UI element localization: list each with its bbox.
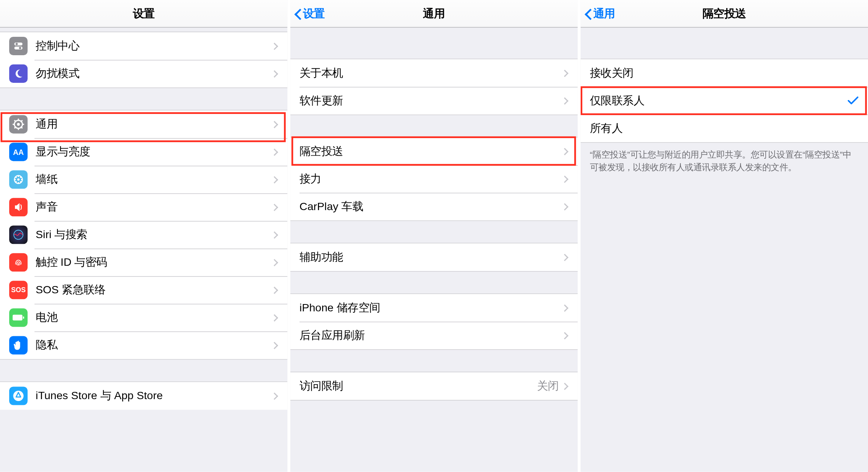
panel-general: 设置 通用 关于本机 软件更新 隔空投送 接力: [290, 0, 578, 472]
row-touch-id[interactable]: 触控 ID 与密码: [0, 248, 287, 276]
chevron-right-icon: [271, 286, 278, 294]
chevron-left-icon: [584, 7, 592, 20]
general-group-3: 辅助功能: [290, 243, 578, 271]
display-icon: AA: [9, 143, 28, 161]
row-software-update[interactable]: 软件更新: [290, 87, 578, 115]
row-restrictions[interactable]: 访问限制 关闭: [290, 372, 578, 400]
nav-title: 设置: [133, 6, 155, 21]
spacer: [0, 360, 287, 382]
option-receiving-off[interactable]: 接收关闭: [581, 59, 868, 87]
control-center-icon: [9, 37, 28, 55]
row-background-refresh[interactable]: 后台应用刷新: [290, 322, 578, 349]
row-label: 接收关闭: [590, 66, 859, 81]
option-everyone[interactable]: 所有人: [581, 115, 868, 142]
row-label: 勿扰模式: [36, 66, 272, 81]
row-accessibility[interactable]: 辅助功能: [290, 243, 578, 271]
svg-point-23: [20, 176, 21, 178]
nav-title: 隔空投送: [703, 6, 746, 21]
row-label: 触控 ID 与密码: [36, 255, 272, 270]
chevron-right-icon: [561, 332, 568, 339]
back-to-settings[interactable]: 设置: [294, 0, 325, 27]
svg-point-18: [15, 179, 16, 180]
row-privacy[interactable]: 隐私: [0, 331, 287, 359]
row-label: 通用: [36, 117, 272, 132]
row-about[interactable]: 关于本机: [290, 59, 578, 87]
option-contacts-only[interactable]: 仅限联系人: [581, 87, 868, 115]
chevron-right-icon: [561, 203, 568, 210]
back-to-general[interactable]: 通用: [584, 0, 615, 27]
appstore-icon: [9, 386, 28, 405]
row-handoff[interactable]: 接力: [290, 165, 578, 193]
svg-point-22: [15, 181, 16, 183]
chevron-left-icon: [294, 7, 302, 20]
chevron-right-icon: [561, 304, 568, 311]
navbar-airdrop: 通用 隔空投送: [581, 0, 868, 28]
navbar-settings: 设置: [0, 0, 287, 28]
settings-group-1: 控制中心 勿扰模式: [0, 32, 287, 88]
row-display[interactable]: AA 显示与亮度: [0, 138, 287, 166]
chevron-right-icon: [271, 231, 278, 238]
row-sos[interactable]: SOS SOS 紧急联络: [0, 276, 287, 304]
row-label: 显示与亮度: [36, 145, 272, 160]
svg-point-5: [17, 123, 20, 126]
chevron-right-icon: [561, 382, 568, 390]
svg-rect-26: [23, 316, 24, 319]
row-wallpaper[interactable]: 墙纸: [0, 166, 287, 193]
chevron-right-icon: [271, 148, 278, 156]
svg-point-1: [16, 43, 18, 45]
general-group-5: 访问限制 关闭: [290, 372, 578, 400]
row-label: 仅限联系人: [590, 93, 847, 108]
row-airdrop[interactable]: 隔空投送: [290, 138, 578, 165]
svg-point-17: [18, 183, 19, 184]
chevron-right-icon: [271, 176, 278, 183]
back-label: 设置: [303, 6, 325, 21]
row-label: 访问限制: [300, 378, 537, 393]
row-itunes-appstore[interactable]: iTunes Store 与 App Store: [0, 382, 287, 410]
row-label: 所有人: [590, 121, 859, 136]
row-siri[interactable]: Siri 与搜索: [0, 221, 287, 248]
settings-group-3: iTunes Store 与 App Store: [0, 382, 287, 410]
spacer: [0, 28, 287, 32]
row-do-not-disturb[interactable]: 勿扰模式: [0, 60, 287, 87]
row-label: 后台应用刷新: [300, 328, 562, 343]
chevron-right-icon: [271, 392, 278, 400]
airdrop-footer-text: “隔空投送”可让您与附近的用户立即共享。您可以设置在“隔空投送”中可被发现，以接…: [581, 143, 868, 173]
row-label: 隔空投送: [300, 144, 562, 159]
chevron-right-icon: [561, 175, 568, 183]
row-general[interactable]: 通用: [0, 110, 287, 138]
row-label: 接力: [300, 171, 562, 186]
spacer: [290, 271, 578, 293]
svg-point-16: [18, 176, 19, 177]
hand-icon: [9, 336, 28, 354]
svg-point-21: [20, 181, 21, 183]
general-group-4: iPhone 储存空间 后台应用刷新: [290, 293, 578, 350]
navbar-general: 设置 通用: [290, 0, 578, 28]
row-label: Siri 与搜索: [36, 227, 272, 242]
spacer: [290, 115, 578, 137]
fingerprint-icon: [9, 253, 28, 271]
row-label: 软件更新: [300, 93, 562, 108]
chevron-right-icon: [271, 43, 278, 50]
row-label: SOS 紧急联络: [36, 283, 272, 298]
row-battery[interactable]: 电池: [0, 304, 287, 331]
spacer: [290, 28, 578, 59]
chevron-right-icon: [561, 253, 568, 261]
chevron-right-icon: [561, 148, 568, 155]
airdrop-options: 接收关闭 仅限联系人 所有人: [581, 59, 868, 143]
row-iphone-storage[interactable]: iPhone 储存空间: [290, 294, 578, 322]
chevron-right-icon: [561, 69, 568, 77]
spacer: [290, 350, 578, 372]
row-label: iPhone 储存空间: [300, 300, 562, 315]
row-label: iTunes Store 与 App Store: [36, 388, 272, 403]
sound-icon: [9, 198, 28, 216]
row-carplay[interactable]: CarPlay 车载: [290, 193, 578, 220]
panel-airdrop: 通用 隔空投送 接收关闭 仅限联系人 所有人 “隔空投送”可让您与附近的用户立即…: [581, 0, 868, 472]
chevron-right-icon: [271, 314, 278, 321]
row-control-center[interactable]: 控制中心: [0, 32, 287, 60]
back-label: 通用: [593, 6, 615, 21]
row-label: 电池: [36, 310, 272, 325]
row-sound[interactable]: 声音: [0, 193, 287, 221]
row-label: 控制中心: [36, 39, 272, 54]
nav-title: 通用: [423, 6, 445, 21]
svg-point-20: [15, 176, 16, 178]
